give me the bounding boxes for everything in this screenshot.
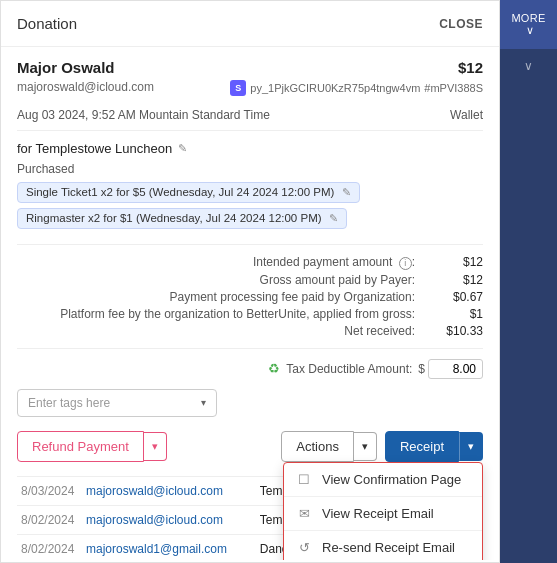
net-value: $10.33 xyxy=(423,324,483,338)
table-cell-email[interactable]: majoroswald@icloud.com xyxy=(82,505,256,534)
donation-amount: $12 xyxy=(458,59,483,76)
gross-amount-row: Gross amount paid by Payer: $12 xyxy=(17,273,483,287)
stripe-icon: S xyxy=(230,80,246,96)
platform-label: Platform fee by the organization to Bett… xyxy=(60,307,415,321)
refund-button-group: Refund Payment ▾ xyxy=(17,431,167,462)
table-cell-date: 8/02/2024 xyxy=(17,534,82,560)
intended-value: $12 xyxy=(423,255,483,270)
receipt-button-group: Receipt ▾ ☐ View Confirmation Page ✉ Vie… xyxy=(385,431,483,462)
close-button[interactable]: CLOSE xyxy=(439,17,483,31)
receipt-dropdown-button[interactable]: ▾ xyxy=(459,432,483,461)
amounts-section: Intended payment amount i: $12 Gross amo… xyxy=(17,255,483,338)
modal-header: Donation CLOSE xyxy=(1,1,499,47)
ticket-edit-icon[interactable]: ✎ xyxy=(329,212,338,224)
refund-payment-button[interactable]: Refund Payment xyxy=(17,431,144,462)
platform-fee-row: Platform fee by the organization to Bett… xyxy=(17,307,483,321)
right-sidebar: MORE ∨ ∨ xyxy=(500,0,557,563)
tickets-list: Single Ticket1 x2 for $5 (Wednesday, Jul… xyxy=(17,182,483,234)
info-icon: i xyxy=(399,257,412,270)
donor-name: Major Oswald xyxy=(17,59,115,76)
dollar-sign: $ xyxy=(418,362,425,376)
processing-label: Payment processing fee paid by Organizat… xyxy=(170,290,415,304)
tags-input-wrapper[interactable]: Enter tags here ▾ xyxy=(17,389,217,417)
menu-item-label: View Confirmation Page xyxy=(322,472,461,487)
tags-placeholder: Enter tags here xyxy=(28,396,110,410)
receipt-button[interactable]: Receipt xyxy=(385,431,459,462)
receipt-dropdown-menu: ☐ View Confirmation Page ✉ View Receipt … xyxy=(283,462,483,561)
email-icon: ✉ xyxy=(296,506,312,521)
purchased-label: Purchased xyxy=(17,162,483,176)
recycle-icon: ♻ xyxy=(268,361,280,376)
transaction-date: Aug 03 2024, 9:52 AM Mountain Standard T… xyxy=(17,108,270,122)
modal-body: Major Oswald $12 majoroswald@icloud.com … xyxy=(1,47,499,560)
table-cell-date: 8/02/2024 xyxy=(17,505,82,534)
actions-row: Refund Payment ▾ Actions ▾ Receipt ▾ ☐ xyxy=(17,431,483,462)
intended-label: Intended payment amount i: xyxy=(253,255,415,270)
ticket-label: Ringmaster x2 for $1 (Wednesday, Jul 24 … xyxy=(26,212,322,224)
divider xyxy=(17,348,483,349)
tags-section: Enter tags here ▾ xyxy=(17,389,483,417)
menu-item-resend-receipt-email[interactable]: ↺ Re-send Receipt Email xyxy=(284,531,482,561)
menu-item-view-confirmation[interactable]: ☐ View Confirmation Page xyxy=(284,463,482,497)
refund-dropdown-button[interactable]: ▾ xyxy=(144,432,167,461)
event-name: for Templestowe Luncheon xyxy=(17,141,172,156)
processing-value: $0.67 xyxy=(423,290,483,304)
table-cell-email[interactable]: majoroswald@icloud.com xyxy=(82,476,256,505)
menu-item-label: View Receipt Email xyxy=(322,506,434,521)
tax-row: ♻ Tax Deductible Amount: $ xyxy=(17,359,483,379)
ticket-edit-icon[interactable]: ✎ xyxy=(342,186,351,198)
divider xyxy=(17,244,483,245)
payment-method: Wallet xyxy=(450,108,483,122)
sidebar-more-button[interactable]: MORE ∨ xyxy=(500,0,557,49)
intended-amount-row: Intended payment amount i: $12 xyxy=(17,255,483,270)
donor-email: majoroswald@icloud.com xyxy=(17,80,154,94)
ticket-label: Single Ticket1 x2 for $5 (Wednesday, Jul… xyxy=(26,186,334,198)
modal-title: Donation xyxy=(17,15,77,32)
event-row: for Templestowe Luncheon ✎ xyxy=(17,141,483,156)
menu-item-view-receipt-email[interactable]: ✉ View Receipt Email xyxy=(284,497,482,531)
ticket-item[interactable]: Single Ticket1 x2 for $5 (Wednesday, Jul… xyxy=(17,182,360,203)
menu-item-label: Re-send Receipt Email xyxy=(322,540,455,555)
right-buttons: Actions ▾ Receipt ▾ ☐ View Confirmation … xyxy=(281,431,483,462)
processing-fee-row: Payment processing fee paid by Organizat… xyxy=(17,290,483,304)
resend-icon: ↺ xyxy=(296,540,312,555)
payment-id: py_1PjkGCIRU0KzR75p4tngw4vm xyxy=(250,82,420,94)
donor-row: Major Oswald $12 xyxy=(17,59,483,76)
table-cell-date: 8/03/2024 xyxy=(17,476,82,505)
payment-id-row: S py_1PjkGCIRU0KzR75p4tngw4vm #mPVI388S xyxy=(230,80,483,96)
gross-value: $12 xyxy=(423,273,483,287)
actions-dropdown-button[interactable]: ▾ xyxy=(354,432,377,461)
payment-id-suffix: #mPVI388S xyxy=(424,82,483,94)
tax-input[interactable] xyxy=(428,359,483,379)
sidebar-arrow-icon: ∨ xyxy=(526,24,534,36)
donation-modal: Donation CLOSE Major Oswald $12 majorosw… xyxy=(0,0,500,563)
tax-label: Tax Deductible Amount: xyxy=(286,362,412,376)
confirmation-icon: ☐ xyxy=(296,472,312,487)
table-cell-email[interactable]: majoroswald1@gmail.com xyxy=(82,534,256,560)
net-label: Net received: xyxy=(344,324,415,338)
ticket-item[interactable]: Ringmaster x2 for $1 (Wednesday, Jul 24 … xyxy=(17,208,347,229)
sidebar-chevron-icon: ∨ xyxy=(500,49,557,83)
actions-button-group: Actions ▾ xyxy=(281,431,377,462)
platform-value: $1 xyxy=(423,307,483,321)
gross-label: Gross amount paid by Payer: xyxy=(260,273,415,287)
tags-arrow-icon: ▾ xyxy=(201,397,206,408)
edit-event-icon[interactable]: ✎ xyxy=(178,142,187,155)
donor-email-row: majoroswald@icloud.com S py_1PjkGCIRU0Kz… xyxy=(17,80,483,104)
net-received-row: Net received: $10.33 xyxy=(17,324,483,338)
date-wallet-row: Aug 03 2024, 9:52 AM Mountain Standard T… xyxy=(17,108,483,131)
actions-button[interactable]: Actions xyxy=(281,431,354,462)
tax-input-wrapper: $ xyxy=(418,359,483,379)
